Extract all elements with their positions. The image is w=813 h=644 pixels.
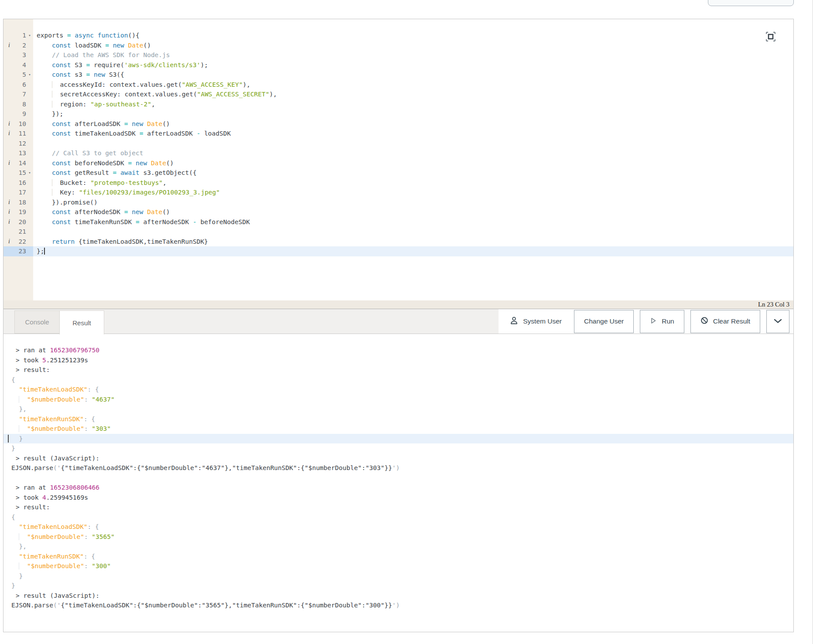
console-line-16: > took 4.259945169s: [3, 493, 793, 503]
console-output[interactable]: > ran at 1652306796750> took 5.251251239…: [3, 334, 793, 632]
tab-console[interactable]: Console: [14, 310, 59, 334]
code-token-g: (': [53, 602, 61, 609]
code-token-p: timeTakenRunSDK: [71, 218, 136, 225]
code-token-p: .251251239s: [46, 357, 88, 364]
console-line-10: }: [3, 434, 793, 444]
line-number: 2: [9, 41, 26, 51]
code-token-p: [11, 416, 19, 423]
code-line-19[interactable]: i19 const afterNodeSDK = new Date(): [3, 207, 793, 217]
code-line-17[interactable]: 17 Key: "files/100293/images/PO100293_3.…: [3, 187, 793, 198]
tab-result[interactable]: Result: [59, 310, 104, 334]
code-line-16[interactable]: 16 Bucket: "protempo-testbuys",: [3, 178, 793, 188]
toolbar-actions: System User Change User Run: [499, 309, 793, 334]
code-line-1[interactable]: 1▾exports = async function(){: [3, 31, 793, 41]
code-token-g: :: [84, 533, 92, 540]
code-token-p: {"timeTakenLoadSDK":{"$numberDouble":"35…: [61, 602, 393, 609]
code-token-p: [37, 120, 52, 127]
fold-toggle-icon[interactable]: ▾: [26, 70, 33, 80]
code-editor[interactable]: 1▾exports = async function(){i2 const lo…: [3, 19, 793, 300]
code-line-22[interactable]: i22 return {timeTakenLoadSDK,timeTakenRu…: [3, 237, 793, 247]
code-token-p: [37, 81, 52, 88]
code-token-c: // Call S3 to get object: [52, 150, 143, 157]
change-user-button[interactable]: Change User: [574, 310, 634, 333]
code-line-8[interactable]: 8 region: "ap-southeast-2",: [3, 99, 793, 109]
gutter-cell: 17: [3, 187, 33, 198]
info-annotation-icon: i: [8, 237, 10, 247]
code-line-12[interactable]: 12: [3, 139, 793, 149]
code-line-9[interactable]: 9 });: [3, 109, 793, 119]
console-line-26: > result (JavaScript):: [3, 591, 793, 601]
code-token-p: }).promise(): [37, 199, 98, 206]
code-token-p: > result:: [16, 366, 50, 373]
gutter-cell: i18: [3, 198, 33, 208]
fullscreen-icon[interactable]: [765, 31, 777, 43]
code-token-g: : {: [88, 523, 99, 530]
code-line-23[interactable]: 23};: [3, 246, 793, 256]
gutter-cell: 13: [3, 148, 33, 158]
code-token-p: ,: [163, 179, 167, 186]
line-number: 3: [9, 50, 26, 60]
code-token-key: "timeTakenRunSDK": [19, 416, 83, 423]
gutter-cell: 3: [3, 50, 33, 60]
code-text: const beforeNodeSDK = new Date(): [33, 158, 793, 168]
code-token-key: "timeTakenLoadSDK": [19, 523, 87, 530]
gutter-cell: 6: [3, 80, 33, 90]
code-text: const s3 = new S3({: [33, 70, 793, 80]
fold-toggle-icon[interactable]: ▾: [26, 168, 33, 178]
code-line-20[interactable]: i20 const timeTakenRunSDK = afterNodeSDK…: [3, 217, 793, 227]
top-cut-off-button[interactable]: [708, 0, 794, 6]
code-line-6[interactable]: 6 accessKeyId: context.values.get("AWS_A…: [3, 80, 793, 90]
code-token-p: accessKeyId: context.values.get(: [60, 81, 181, 88]
more-actions-button[interactable]: [766, 310, 789, 333]
gutter-cell: 23: [3, 246, 33, 256]
code-token-k: new: [113, 42, 124, 49]
code-token-g: : {: [84, 416, 95, 423]
code-token-key: "timeTakenLoadSDK": [19, 386, 87, 393]
text-cursor: [44, 248, 45, 255]
code-line-7[interactable]: 7 secretAccessKey: context.values.get("A…: [3, 89, 793, 99]
run-button[interactable]: Run: [640, 310, 684, 333]
code-token-p: secretAccessKey: context.values.get(: [60, 91, 197, 98]
system-user-text: System User: [523, 317, 562, 325]
fold-toggle-icon[interactable]: ▾: [26, 31, 33, 41]
code-text: // Call S3 to get object: [33, 148, 793, 158]
console-line-1: > ran at 1652306796750: [3, 345, 793, 355]
console-line-25: }: [3, 581, 793, 591]
person-icon: [510, 316, 518, 327]
line-number: 21: [9, 227, 26, 237]
code-line-5[interactable]: 5▾ const s3 = new S3({: [3, 70, 793, 80]
code-token-k: const: [52, 208, 71, 215]
code-token-o: =: [124, 120, 128, 127]
code-token-p: > took: [16, 357, 42, 364]
code-token-p: region:: [60, 101, 90, 108]
code-text: secretAccessKey: context.values.get("AWS…: [33, 89, 793, 99]
code-token-p: [37, 130, 52, 137]
code-token-p: [37, 160, 52, 167]
code-line-3[interactable]: 3 // Load the AWS SDK for Node.js: [3, 50, 793, 60]
code-line-14[interactable]: i14 const beforeNodeSDK = new Date(): [3, 158, 793, 168]
code-text: });: [33, 109, 793, 119]
code-line-21[interactable]: 21: [3, 227, 793, 237]
code-line-15[interactable]: 15▾ const getResult = await s3.getObject…: [3, 168, 793, 178]
chevron-down-icon: [774, 317, 782, 325]
code-token-k: new: [94, 71, 105, 78]
console-line-3: > result:: [3, 365, 793, 375]
code-line-10[interactable]: i10 const afterLoadSDK = new Date(): [3, 119, 793, 129]
code-line-13[interactable]: 13 // Call S3 to get object: [3, 148, 793, 158]
code-line-18[interactable]: i18 }).promise(): [3, 198, 793, 208]
info-annotation-icon: i: [8, 129, 10, 139]
gutter-cell: 1▾: [3, 31, 33, 41]
clear-result-button[interactable]: Clear Result: [690, 310, 760, 333]
console-line-13: EJSON.parse('{"timeTakenLoadSDK":{"$numb…: [3, 463, 793, 473]
code-token-o: =: [86, 61, 90, 68]
code-line-4[interactable]: 4 const S3 = require('aws-sdk/clients/s3…: [3, 60, 793, 70]
code-token-g: }: [11, 435, 23, 442]
code-token-k: function: [98, 32, 128, 39]
code-token-k: const: [52, 218, 71, 225]
line-number: 5: [9, 70, 26, 80]
code-line-11[interactable]: i11 const timeTakenLoadSDK = afterLoadSD…: [3, 129, 793, 139]
code-line-2[interactable]: i2 const loadSDK = new Date(): [3, 41, 793, 51]
code-token-p: });: [37, 110, 63, 117]
code-token-p: [11, 533, 19, 540]
info-annotation-icon: i: [8, 198, 10, 208]
